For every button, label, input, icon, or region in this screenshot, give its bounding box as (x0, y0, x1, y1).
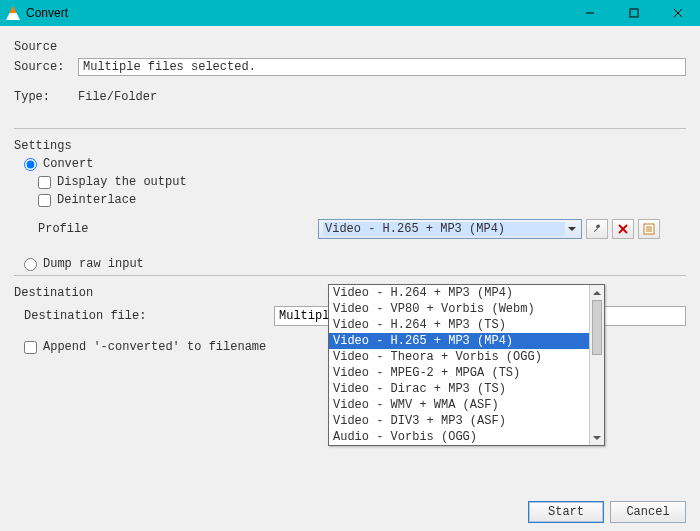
deinterlace-checkbox[interactable] (38, 194, 51, 207)
delete-profile-button[interactable] (612, 219, 634, 239)
titlebar: Convert (0, 0, 700, 26)
svg-marker-4 (568, 227, 576, 231)
scroll-up-icon[interactable] (590, 285, 604, 300)
profile-option[interactable]: Video - WMV + WMA (ASF) (329, 397, 604, 413)
divider (14, 275, 686, 276)
display-output-label: Display the output (57, 175, 187, 189)
new-profile-icon (643, 223, 655, 235)
profile-label: Profile (38, 222, 318, 236)
profile-option[interactable]: Video - H.265 + MP3 (MP4) (329, 333, 604, 349)
profile-option[interactable]: Video - Theora + Vorbis (OGG) (329, 349, 604, 365)
cancel-button-label: Cancel (626, 505, 669, 519)
profile-dropdown-list[interactable]: Video - H.264 + MP3 (MP4)Video - VP80 + … (328, 284, 605, 446)
dropdown-scrollbar[interactable] (589, 285, 604, 445)
destination-file-label: Destination file: (24, 309, 274, 323)
source-input[interactable] (78, 58, 686, 76)
svg-marker-11 (593, 291, 601, 295)
profile-option[interactable]: Video - H.264 + MP3 (TS) (329, 317, 604, 333)
svg-marker-12 (593, 436, 601, 440)
minimize-button[interactable] (568, 0, 612, 26)
cancel-button[interactable]: Cancel (610, 501, 686, 523)
close-button[interactable] (656, 0, 700, 26)
chevron-down-icon (565, 222, 579, 236)
profile-option[interactable]: Video - H.264 + MP3 (MP4) (329, 285, 604, 301)
append-converted-checkbox[interactable] (24, 341, 37, 354)
svg-rect-1 (630, 9, 638, 17)
profile-combobox[interactable]: Video - H.265 + MP3 (MP4) (318, 219, 582, 239)
convert-radio[interactable] (24, 158, 37, 171)
start-button-label: Start (548, 505, 584, 519)
delete-icon (618, 224, 628, 234)
maximize-button[interactable] (612, 0, 656, 26)
source-label: Source: (14, 60, 72, 74)
dump-radio-label: Dump raw input (43, 257, 144, 271)
window-title: Convert (26, 6, 68, 20)
divider (14, 128, 686, 129)
profile-selected-value: Video - H.265 + MP3 (MP4) (323, 222, 565, 236)
profile-option[interactable]: Audio - Vorbis (OGG) (329, 429, 604, 445)
display-output-checkbox[interactable] (38, 176, 51, 189)
dump-radio[interactable] (24, 258, 37, 271)
edit-profile-button[interactable] (586, 219, 608, 239)
convert-radio-label: Convert (43, 157, 93, 171)
append-converted-label: Append '-converted' to filename (43, 340, 266, 354)
deinterlace-label: Deinterlace (57, 193, 136, 207)
scrollbar-thumb[interactable] (592, 300, 602, 355)
source-section-title: Source (14, 40, 686, 54)
scroll-down-icon[interactable] (590, 430, 604, 445)
wrench-icon (591, 223, 603, 235)
type-label: Type: (14, 90, 72, 104)
profile-option[interactable]: Video - DIV3 + MP3 (ASF) (329, 413, 604, 429)
settings-section-title: Settings (14, 139, 686, 153)
profile-option[interactable]: Video - VP80 + Vorbis (Webm) (329, 301, 604, 317)
type-value: File/Folder (78, 90, 157, 104)
profile-option[interactable]: Video - Dirac + MP3 (TS) (329, 381, 604, 397)
start-button[interactable]: Start (528, 501, 604, 523)
vlc-logo-icon (6, 6, 20, 20)
profile-option[interactable]: Video - MPEG-2 + MPGA (TS) (329, 365, 604, 381)
new-profile-button[interactable] (638, 219, 660, 239)
